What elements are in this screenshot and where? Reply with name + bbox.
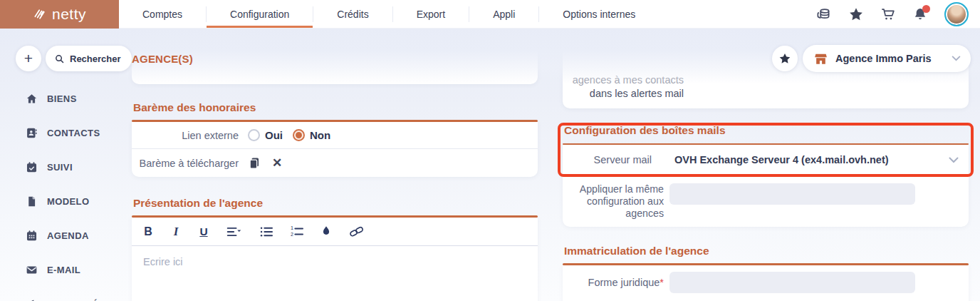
download-scale-row: Barème à télécharger ✕ <box>132 149 538 177</box>
link-icon[interactable] <box>349 225 364 238</box>
favorites-star-icon[interactable] <box>848 6 864 22</box>
radio-oui[interactable] <box>248 129 260 141</box>
tab-comptes[interactable]: Comptes <box>119 0 206 28</box>
registration-card: Forme juridique* <box>563 265 969 301</box>
calendar-icon <box>26 230 38 242</box>
favorite-page-button[interactable] <box>772 46 798 71</box>
tab-export[interactable]: Export <box>393 0 469 28</box>
storefront-icon <box>814 52 828 66</box>
external-link-label: Lien externe <box>132 130 239 141</box>
megaphone-icon <box>26 298 38 301</box>
agency-selector[interactable]: Agence Immo Paris <box>803 45 971 72</box>
presentation-editor[interactable]: Ecrire ici <box>132 246 538 277</box>
legal-form-label: Forme juridique* <box>563 277 664 288</box>
editor-toolbar: B I U <box>132 218 538 246</box>
top-navigation-bar: netty Comptes Configuration Crédits Expo… <box>0 0 980 29</box>
apply-config-input[interactable] <box>669 183 915 205</box>
agency-name: Agence Immo Paris <box>835 53 944 64</box>
ordered-list-icon[interactable]: 1 2 <box>291 226 303 238</box>
sidebar-item-modelo[interactable]: MODELO <box>0 184 125 218</box>
netty-logo[interactable]: netty <box>0 0 119 29</box>
bold-icon[interactable]: B <box>143 225 153 238</box>
notifications-bell-icon[interactable] <box>912 6 928 22</box>
sidebar-item-publicite[interactable]: PUBLICITÉ <box>0 287 125 301</box>
tab-credits[interactable]: Crédits <box>313 0 392 28</box>
clear-file-icon[interactable]: ✕ <box>272 157 282 169</box>
sidebar-item-suivi[interactable]: SUIVI <box>0 150 125 184</box>
presentation-card: B I U <box>132 218 538 301</box>
chevron-down-icon <box>952 56 961 61</box>
logo-hatch-icon <box>33 7 47 21</box>
search-label: Rechercher <box>70 53 121 64</box>
tab-configuration[interactable]: Configuration <box>207 0 313 28</box>
bullet-list-icon[interactable] <box>260 226 273 238</box>
mail-server-row: Serveur mail OVH Exchange Serveur 4 (ex4… <box>563 145 969 175</box>
tab-appli[interactable]: Appli <box>469 0 538 28</box>
apply-config-row: Appliquer la même configuration aux agen… <box>563 175 969 220</box>
netty-app-window: netty Comptes Configuration Crédits Expo… <box>0 0 980 301</box>
sidebar-item-email[interactable]: E-MAIL <box>0 252 125 287</box>
radio-non[interactable] <box>293 129 305 141</box>
notification-dot <box>922 5 930 13</box>
cart-icon[interactable] <box>880 6 896 22</box>
section-title-registration: Immatriculation de l'agence <box>564 245 709 257</box>
mailbox-card: Serveur mail OVH Exchange Serveur 4 (ex4… <box>563 145 969 227</box>
mail-server-label: Serveur mail <box>563 154 652 165</box>
italic-icon[interactable]: I <box>171 225 181 239</box>
alerts-label: agences à mes contacts dans les alertes … <box>563 73 684 101</box>
document-icon <box>26 195 38 208</box>
user-avatar[interactable] <box>944 2 969 26</box>
credits-coins-icon[interactable] <box>816 6 832 22</box>
topbar-icon-group <box>816 0 980 28</box>
underline-icon[interactable]: U <box>199 225 209 238</box>
page-body: + Rechercher BIENS <box>0 29 980 301</box>
mail-server-value: OVH Exchange Serveur 4 (ex4.mail.ovh.net… <box>674 154 949 165</box>
search-button[interactable]: Rechercher <box>46 46 132 71</box>
section-title-mailbox: Configuration des boîtes mails <box>564 124 726 137</box>
svg-text:2: 2 <box>291 232 293 238</box>
sidebar: + Rechercher BIENS <box>0 29 125 301</box>
sidebar-item-agenda[interactable]: AGENDA <box>0 218 125 252</box>
legal-form-input[interactable] <box>669 272 915 293</box>
mail-server-select[interactable]: OVH Exchange Serveur 4 (ex4.mail.ovh.net… <box>674 154 969 165</box>
text-color-droplet-icon[interactable] <box>321 225 331 238</box>
align-icon[interactable] <box>226 226 242 238</box>
radio-oui-label[interactable]: Oui <box>265 129 283 141</box>
star-icon <box>778 52 791 65</box>
apply-config-label: Appliquer la même configuration aux agen… <box>563 183 664 220</box>
chevron-down-icon <box>949 157 959 163</box>
download-scale-label: Barème à télécharger <box>132 158 239 169</box>
envelope-icon <box>26 264 38 276</box>
calendar-check-icon <box>26 161 38 173</box>
logo-text: netty <box>52 6 86 23</box>
add-button[interactable]: + <box>16 46 41 71</box>
main-tabs: Comptes Configuration Crédits Export App… <box>119 0 659 28</box>
sidebar-item-biens[interactable]: BIENS <box>0 81 125 116</box>
external-link-row: Lien externe Oui Non <box>132 122 538 148</box>
tab-options-internes[interactable]: Options internes <box>539 0 659 28</box>
legal-form-row: Forme juridique* <box>563 265 969 293</box>
radio-non-label[interactable]: Non <box>310 129 330 141</box>
sidebar-item-contacts[interactable]: CONTACTS <box>0 116 125 150</box>
files-icon[interactable] <box>248 156 261 170</box>
svg-text:1: 1 <box>291 226 293 231</box>
contacts-icon <box>26 127 38 139</box>
section-title-fees: Barème des honoraires <box>133 101 256 114</box>
fees-card: Lien externe Oui Non Barème à télécharge… <box>132 122 538 177</box>
search-icon <box>54 53 65 64</box>
page-title: AGENCE(S) <box>132 53 193 65</box>
section-title-presentation: Présentation de l'agence <box>133 197 263 210</box>
home-icon <box>26 93 38 105</box>
required-asterisk: * <box>660 277 664 288</box>
